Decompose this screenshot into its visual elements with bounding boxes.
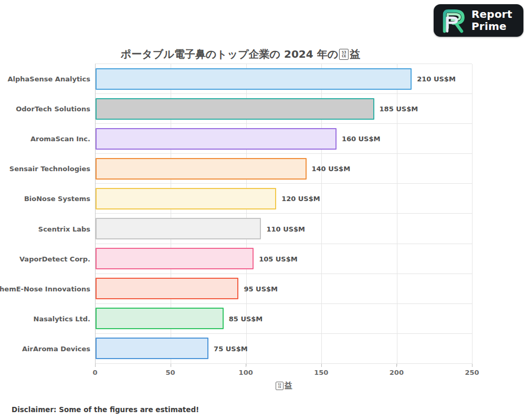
category-label: Scentrix Labs bbox=[38, 225, 90, 233]
tick-mark bbox=[246, 364, 246, 367]
value-label: 210 US$M bbox=[417, 75, 456, 83]
chart-title-suffix: 益 bbox=[350, 47, 360, 61]
value-label: 95 US$M bbox=[244, 285, 278, 292]
tick-mark bbox=[396, 364, 397, 367]
x-axis-label-suffix: 益 bbox=[285, 381, 292, 391]
plot-area: AlphaSense Analytics210 US$MOdorTech Sol… bbox=[95, 64, 472, 364]
category-label: VaporDetect Corp. bbox=[19, 255, 90, 262]
category-label: BioNose Systems bbox=[24, 195, 90, 203]
bar bbox=[96, 98, 374, 120]
bar-row: Scentrix Labs110 US$M bbox=[96, 214, 472, 244]
tick-mark bbox=[472, 364, 472, 367]
chart-title-text: ポータブル電子鼻のトップ企業の 2024 年の bbox=[121, 47, 338, 61]
category-label: Sensair Technologies bbox=[9, 165, 90, 173]
logo-wordmark: Report Prime bbox=[471, 8, 512, 33]
tick-mark bbox=[171, 364, 171, 367]
bar-rows: AlphaSense Analytics210 US$MOdorTech Sol… bbox=[96, 64, 472, 364]
bar-row: Sensair Technologies140 US$M bbox=[96, 154, 472, 184]
bar-row: AlphaSense Analytics210 US$M bbox=[96, 64, 472, 94]
chart-title: ポータブル電子鼻のトップ企業の 2024 年の 53 CE 益 bbox=[121, 47, 360, 61]
tick-label: 100 bbox=[239, 369, 253, 376]
tick-label: 150 bbox=[314, 369, 328, 376]
logo-line-prime: Prime bbox=[471, 20, 512, 33]
bar-row: ChemE-Nose Innovations95 US$M bbox=[96, 274, 472, 304]
missing-glyph-box: 53 CE bbox=[276, 382, 284, 390]
value-label: 140 US$M bbox=[312, 165, 351, 173]
value-label: 160 US$M bbox=[342, 135, 381, 143]
report-prime-logo: Report Prime bbox=[434, 4, 523, 37]
x-axis-label: 53 CE 益 bbox=[275, 381, 292, 391]
bar bbox=[96, 308, 224, 329]
bar-row: AromaScan Inc.160 US$M bbox=[96, 124, 472, 154]
tick-mark bbox=[321, 364, 322, 367]
value-label: 120 US$M bbox=[281, 195, 320, 203]
value-label: 185 US$M bbox=[380, 105, 418, 113]
bar bbox=[96, 188, 276, 209]
value-label: 85 US$M bbox=[229, 314, 263, 322]
report-page: Report Prime ポータブル電子鼻のトップ企業の 2024 年の 53 … bbox=[0, 0, 525, 420]
bar bbox=[96, 248, 254, 269]
bar-row: BioNose Systems120 US$M bbox=[96, 184, 472, 214]
category-label: AlphaSense Analytics bbox=[8, 75, 91, 83]
category-label: AirAroma Devices bbox=[22, 344, 90, 352]
category-label: Nasalytics Ltd. bbox=[34, 314, 90, 322]
logo-line-report: Report bbox=[471, 8, 512, 20]
value-label: 105 US$M bbox=[259, 255, 298, 262]
category-label: AromaScan Inc. bbox=[30, 135, 90, 143]
bar bbox=[96, 218, 261, 239]
value-label: 110 US$M bbox=[266, 225, 305, 233]
tick-mark bbox=[95, 364, 96, 367]
category-label: OdorTech Solutions bbox=[16, 105, 90, 113]
bar-row: OdorTech Solutions185 US$M bbox=[96, 94, 472, 124]
tick-label: 200 bbox=[390, 369, 404, 376]
bar-row: AirAroma Devices75 US$M bbox=[96, 334, 472, 364]
category-label: ChemE-Nose Innovations bbox=[0, 285, 90, 292]
x-axis: 050100150200250 bbox=[95, 364, 472, 382]
disclaimer-text: Disclaimer: Some of the figures are esti… bbox=[12, 405, 199, 414]
bar bbox=[96, 158, 307, 180]
bar-row: VaporDetect Corp.105 US$M bbox=[96, 244, 472, 274]
tick-label: 0 bbox=[92, 369, 97, 376]
bar bbox=[96, 278, 238, 299]
missing-glyph-box: 53 CE bbox=[339, 49, 349, 60]
bar bbox=[96, 128, 337, 150]
bar-row: Nasalytics Ltd.85 US$M bbox=[96, 304, 472, 334]
vertical-gridline bbox=[472, 64, 472, 366]
tick-label: 50 bbox=[166, 369, 175, 376]
value-label: 75 US$M bbox=[214, 344, 248, 352]
bar bbox=[96, 338, 208, 359]
report-prime-r-icon bbox=[439, 8, 467, 33]
tick-label: 250 bbox=[465, 369, 479, 376]
bar bbox=[96, 68, 412, 90]
